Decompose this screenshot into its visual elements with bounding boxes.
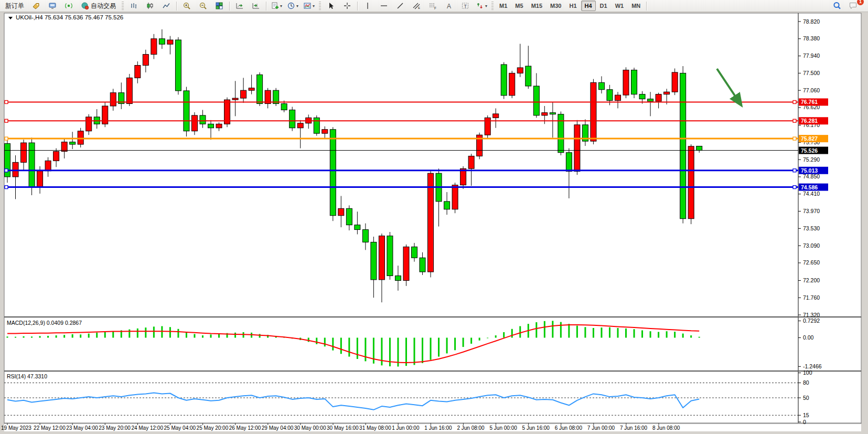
svg-text:78.380: 78.380 [803, 35, 820, 41]
bar-chart-button[interactable] [126, 0, 142, 12]
cursor-icon [327, 2, 335, 10]
terminal-icon [48, 2, 57, 10]
tf-m1-button[interactable]: M1 [496, 1, 511, 11]
horizontal-line-button[interactable] [376, 0, 392, 12]
svg-text:19 May 2023: 19 May 2023 [1, 425, 31, 431]
svg-text:30 May 16:00: 30 May 16:00 [327, 425, 359, 431]
toolbar-separator [357, 2, 358, 10]
svg-text:2 Jun 08:00: 2 Jun 08:00 [457, 425, 485, 431]
periods-dropdown-button[interactable]: ▾ [285, 0, 301, 12]
notification-badge: 1 [857, 0, 864, 5]
trendline-button[interactable] [392, 0, 408, 12]
svg-text:75.526: 75.526 [801, 147, 818, 154]
svg-text:75.013: 75.013 [801, 167, 818, 174]
svg-text:1 Jun 16:00: 1 Jun 16:00 [424, 425, 452, 431]
bar-chart-icon [130, 2, 138, 10]
autoscroll-icon [235, 2, 244, 10]
svg-text:77.940: 77.940 [803, 52, 820, 59]
label-button[interactable]: T [457, 0, 473, 12]
horizontal-line-icon [380, 2, 388, 10]
arrows-dropdown-button[interactable]: ▾ [474, 0, 489, 12]
chart-canvas[interactable]: 78.82078.38077.94077.50077.06076.62076.1… [0, 12, 868, 434]
svg-text:75.290: 75.290 [803, 156, 820, 163]
chart-shift-button[interactable] [248, 0, 264, 12]
autotrade-button[interactable]: 自动交易 [77, 0, 120, 12]
signal-icon [65, 2, 73, 10]
line-chart-icon [162, 2, 170, 10]
svg-text:100: 100 [803, 369, 812, 376]
toolbar-grip [491, 2, 494, 10]
svg-text:RSI(14) 47.3310: RSI(14) 47.3310 [7, 373, 47, 379]
terminal-button[interactable] [45, 0, 60, 12]
svg-text:-1.2466: -1.2466 [803, 363, 822, 369]
tf-m15-button[interactable]: M15 [528, 1, 546, 11]
svg-text:5 Jun 00:00: 5 Jun 00:00 [490, 425, 518, 431]
search-icon [832, 1, 842, 10]
main-toolbar: 新订单 自动交易 [0, 0, 868, 12]
zoom-in-button[interactable] [179, 0, 195, 12]
new-order-button[interactable]: 新订单 [2, 0, 28, 12]
svg-text:78.820: 78.820 [803, 18, 820, 25]
templates-dropdown-button[interactable]: ▾ [301, 0, 317, 12]
new-chart-icon [271, 2, 279, 10]
caret-down-icon: ▾ [296, 4, 298, 8]
svg-text:23 May 04:00: 23 May 04:00 [66, 425, 98, 431]
svg-text:MACD(12,26,9) 0.0409 0.2867: MACD(12,26,9) 0.0409 0.2867 [7, 320, 82, 326]
mt4-window: 新订单 自动交易 [0, 0, 868, 434]
tile-windows-icon [215, 2, 223, 10]
text-button[interactable]: A [441, 0, 457, 12]
vertical-line-button[interactable] [360, 0, 376, 12]
new-chart-button[interactable]: ▾ [269, 0, 284, 12]
order-tag-button[interactable] [28, 0, 44, 12]
svg-text:72.650: 72.650 [803, 259, 820, 266]
svg-text:76.281: 76.281 [801, 118, 818, 124]
tf-m30-button[interactable]: M30 [546, 1, 565, 11]
svg-text:24 May 12:00: 24 May 12:00 [131, 425, 163, 431]
svg-text:73.530: 73.530 [803, 225, 820, 231]
svg-text:6 Jun 08:00: 6 Jun 08:00 [555, 425, 583, 431]
signal-button[interactable] [61, 0, 77, 12]
tf-w1-button[interactable]: W1 [612, 1, 628, 11]
svg-text:UKOil-,H4 75.634 75.636 75.46: UKOil-,H4 75.634 75.636 75.467 75.526 [16, 14, 123, 20]
svg-text:7 Jun 16:00: 7 Jun 16:00 [620, 425, 648, 431]
svg-text:73.090: 73.090 [803, 242, 820, 249]
svg-text:F: F [434, 6, 436, 10]
tf-h1-button[interactable]: H1 [565, 1, 580, 11]
svg-text:0.7292: 0.7292 [803, 317, 820, 324]
tf-mn-button[interactable]: MN [628, 1, 644, 11]
crosshair-button[interactable] [339, 0, 355, 12]
zoom-out-icon [199, 2, 207, 10]
tile-windows-button[interactable] [211, 0, 227, 12]
cursor-button[interactable] [323, 0, 339, 12]
text-icon: A [445, 2, 453, 10]
toolbar-grip [122, 2, 124, 10]
caret-down-icon: ▾ [485, 4, 487, 8]
svg-text:73.970: 73.970 [803, 208, 820, 214]
autoscroll-button[interactable] [232, 0, 248, 12]
notifications-button[interactable]: 1 [845, 0, 861, 12]
vertical-line-icon [363, 2, 372, 10]
tf-d1-button[interactable]: D1 [596, 1, 611, 11]
svg-text:76.761: 76.761 [801, 99, 818, 105]
line-chart-button[interactable] [158, 0, 174, 12]
search-button[interactable] [829, 0, 845, 12]
svg-text:1 Jun 00:00: 1 Jun 00:00 [392, 425, 420, 431]
tf-m5-button[interactable]: M5 [511, 1, 527, 11]
svg-text:8 Jun 08:00: 8 Jun 08:00 [652, 425, 680, 431]
zoom-out-button[interactable] [195, 0, 211, 12]
svg-text:74.586: 74.586 [801, 184, 818, 190]
equidistant-channel-button[interactable]: E [409, 0, 424, 12]
candlestick-chart-icon [146, 2, 154, 10]
fibonacci-icon: F [428, 2, 437, 10]
label-icon: T [461, 2, 469, 10]
autotrade-icon [81, 2, 89, 10]
fibonacci-button[interactable]: F [425, 0, 441, 12]
tf-h4-button[interactable]: H4 [581, 1, 596, 11]
candlestick-chart-button[interactable] [142, 0, 158, 12]
svg-text:77.500: 77.500 [803, 70, 820, 76]
svg-text:E: E [418, 6, 420, 9]
svg-text:80: 80 [803, 379, 809, 386]
tag-icon [32, 2, 40, 10]
svg-text:72.200: 72.200 [803, 277, 820, 283]
caret-down-icon: ▾ [280, 4, 282, 8]
